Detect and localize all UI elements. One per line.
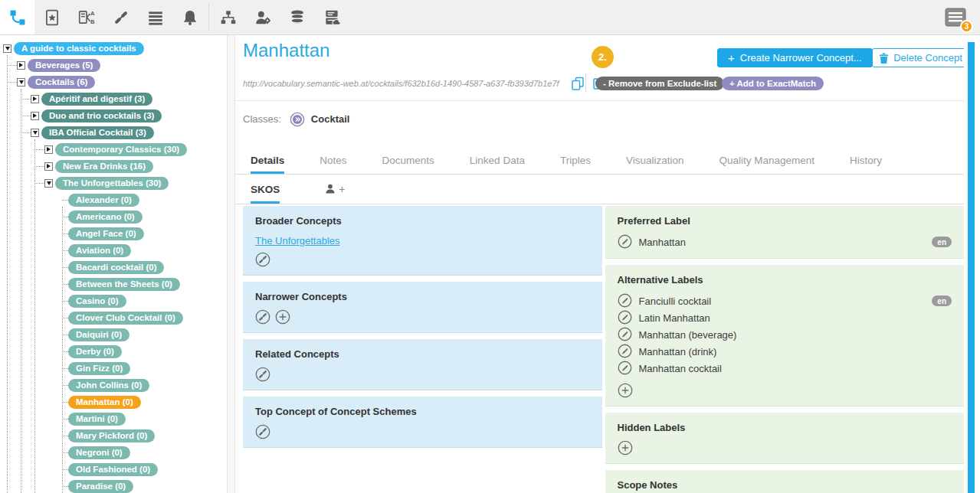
top-toolbar: AB 3: [0, 0, 980, 35]
hierarchy-icon[interactable]: [211, 0, 245, 34]
tree-row: Mary Pickford (0): [0, 427, 227, 444]
add-label-icon[interactable]: [618, 383, 633, 398]
collapse-toggle[interactable]: [17, 78, 25, 87]
link-concept-icon[interactable]: [255, 424, 270, 439]
tree-node[interactable]: New Era Drinks (16): [55, 160, 153, 173]
expand-toggle[interactable]: [31, 95, 39, 103]
broader-concept-link[interactable]: The Unforgettables: [255, 235, 340, 246]
tree-node[interactable]: Bacardi cocktail (0): [68, 261, 164, 274]
notes-count-badge: 3: [960, 20, 973, 33]
server-icon[interactable]: [314, 0, 349, 34]
database-icon[interactable]: [280, 0, 314, 34]
main-scrollbar-thumb[interactable]: [968, 42, 975, 493]
tree-node[interactable]: Negroni (0): [68, 446, 130, 459]
expand-toggle[interactable]: [44, 145, 53, 154]
delete-concept-button[interactable]: Delete Concept: [872, 48, 969, 67]
link-concept-icon[interactable]: [255, 252, 270, 267]
tab-quality-management[interactable]: Quality Management: [719, 146, 814, 174]
create-narrower-concept-button[interactable]: + Create Narrower Concept...: [717, 48, 873, 67]
notes-icon[interactable]: 3: [942, 6, 968, 29]
link-concept-icon[interactable]: [255, 309, 270, 325]
tree-connector: [34, 166, 44, 167]
concept-tree: A guide to classic cocktailsBeverages (5…: [0, 35, 227, 493]
edit-label-icon[interactable]: [618, 310, 633, 325]
tab-visualization[interactable]: Visualization: [626, 146, 684, 174]
tab-history[interactable]: History: [850, 146, 882, 174]
tab-skos[interactable]: SKOS: [251, 176, 280, 204]
tree-node[interactable]: Angel Face (0): [68, 227, 144, 240]
expand-toggle[interactable]: [44, 162, 53, 171]
concept-uri: http://vocabulary.semantic-web.at/cockta…: [243, 79, 559, 88]
tree-node[interactable]: Alexander (0): [68, 194, 139, 207]
copy-uri-icon[interactable]: [570, 76, 585, 91]
label-text: Latin Manhattan: [639, 312, 710, 324]
tree-node[interactable]: Cocktails (6): [28, 76, 95, 89]
tree-node[interactable]: Daiquiri (0): [68, 328, 129, 341]
link-icon[interactable]: [103, 0, 138, 34]
tree-node[interactable]: Martini (0): [68, 413, 126, 426]
panel-title: Scope Notes: [618, 479, 952, 491]
tree-node[interactable]: Casino (0): [68, 295, 126, 308]
tree-node[interactable]: Gin Fizz (0): [68, 362, 130, 375]
add-label-icon[interactable]: [618, 440, 633, 455]
link-concept-icon[interactable]: [255, 367, 270, 382]
tree-node[interactable]: A guide to classic cocktails: [14, 42, 144, 55]
tree-node[interactable]: Duo and trio cocktails (3): [41, 109, 162, 122]
tree-node[interactable]: Between the Sheets (0): [68, 278, 180, 291]
trash-icon: [879, 53, 889, 64]
collapse-toggle[interactable]: [44, 179, 53, 188]
tree-connector: [62, 368, 68, 369]
tree-node[interactable]: Derby (0): [68, 345, 122, 358]
page-title: Manhattan: [243, 40, 329, 61]
sidebar-scrollbar[interactable]: [227, 35, 235, 493]
tree-node[interactable]: Americano (0): [68, 211, 143, 224]
tree-connector: [21, 132, 31, 133]
expand-toggle[interactable]: [31, 112, 39, 120]
tree-node[interactable]: Apéritif and digestif (3): [41, 93, 152, 106]
tree-node-selected[interactable]: Manhattan (0): [68, 396, 141, 409]
collapse-toggle[interactable]: [3, 44, 11, 53]
list-icon[interactable]: [138, 0, 172, 34]
tree-node[interactable]: Aviation (0): [68, 244, 131, 257]
tree-node[interactable]: Clover Club Cocktail (0): [68, 312, 183, 325]
tree-row: Alexander (0): [0, 191, 227, 208]
label-item: Manhattan cocktail: [618, 360, 952, 377]
tree-row: Between the Sheets (0): [0, 276, 227, 292]
tree-node[interactable]: Beverages (5): [28, 59, 100, 72]
user-settings-icon[interactable]: [245, 0, 280, 34]
tree-node[interactable]: Contemporary Classics (30): [55, 143, 187, 156]
edit-label-icon[interactable]: [618, 361, 633, 376]
tree-node[interactable]: Old Fashioned (0): [68, 463, 158, 476]
main-scrollbar-track[interactable]: [964, 35, 980, 493]
add-concept-icon[interactable]: [275, 309, 290, 325]
edit-label-icon[interactable]: [618, 293, 633, 309]
document-star-icon[interactable]: [34, 0, 69, 34]
add-to-exactmatch-button[interactable]: + Add to ExactMatch: [722, 77, 824, 90]
tab-linked-data[interactable]: Linked Data: [470, 146, 525, 174]
tree-node[interactable]: Mary Pickford (0): [68, 429, 155, 442]
tree-node[interactable]: The Unforgettables (30): [55, 177, 169, 190]
label-item: Manhattanen: [618, 233, 952, 250]
edit-label-icon[interactable]: [618, 344, 633, 359]
tree-node[interactable]: John Collins (0): [68, 379, 149, 392]
bell-icon[interactable]: [172, 0, 207, 34]
collapse-toggle[interactable]: [31, 129, 39, 137]
tab-documents[interactable]: Documents: [382, 146, 434, 174]
remove-from-exclude-list-button[interactable]: - Remove from Exclude-list: [595, 77, 724, 90]
add-custom-scheme-tab[interactable]: +: [324, 183, 345, 195]
expand-toggle[interactable]: [17, 61, 25, 70]
tab-details[interactable]: Details: [251, 146, 284, 174]
taxonomy-icon[interactable]: [0, 0, 34, 34]
tree-node[interactable]: IBA Official Cocktail (3): [41, 126, 154, 139]
tab-notes[interactable]: Notes: [320, 146, 346, 174]
edit-label-icon[interactable]: [618, 327, 633, 342]
tab-triples[interactable]: Triples: [560, 146, 591, 174]
label-text: Manhattan (beverage): [639, 329, 737, 341]
tree-connector: [62, 250, 68, 251]
label-text: Fanciulli cocktail: [639, 295, 712, 307]
edit-label-icon[interactable]: [618, 234, 633, 250]
tree-row: Old Fashioned (0): [0, 461, 227, 478]
tree-node[interactable]: Paradise (0): [68, 480, 133, 493]
tree-connector: [34, 149, 44, 150]
classification-ab-icon[interactable]: AB: [69, 0, 103, 34]
